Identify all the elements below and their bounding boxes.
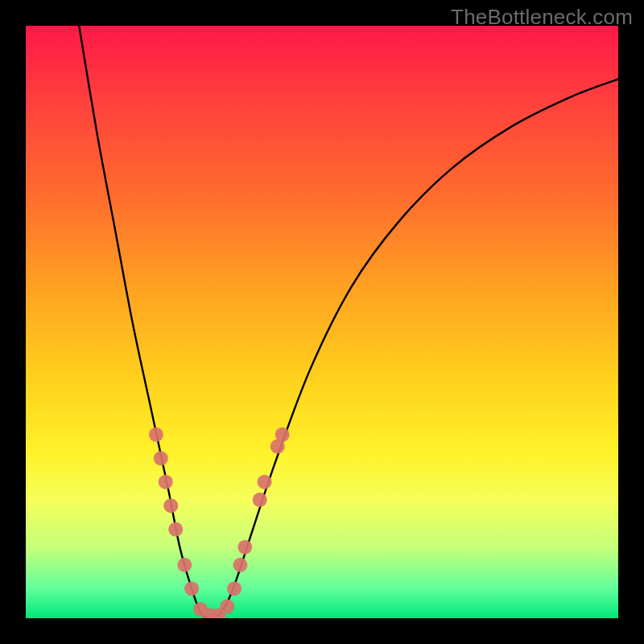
marker-dot: [184, 581, 199, 596]
marker-dot: [177, 558, 192, 572]
marker-dot: [237, 540, 252, 555]
chart-frame: TheBottleneck.com: [0, 0, 644, 644]
marker-dot: [233, 558, 247, 572]
marker-dot: [168, 522, 183, 537]
highlight-markers: [149, 427, 290, 618]
marker-dot: [253, 493, 267, 507]
marker-dot: [258, 475, 272, 489]
chart-svg: [26, 26, 618, 618]
marker-dot: [275, 427, 290, 442]
marker-dot: [154, 451, 168, 465]
marker-dot: [163, 498, 178, 513]
bottleneck-curve: [79, 26, 618, 618]
marker-dot: [149, 427, 163, 442]
marker-dot: [220, 599, 234, 613]
plot-area: [26, 26, 618, 618]
marker-dot: [159, 475, 173, 489]
marker-dot: [227, 581, 242, 596]
